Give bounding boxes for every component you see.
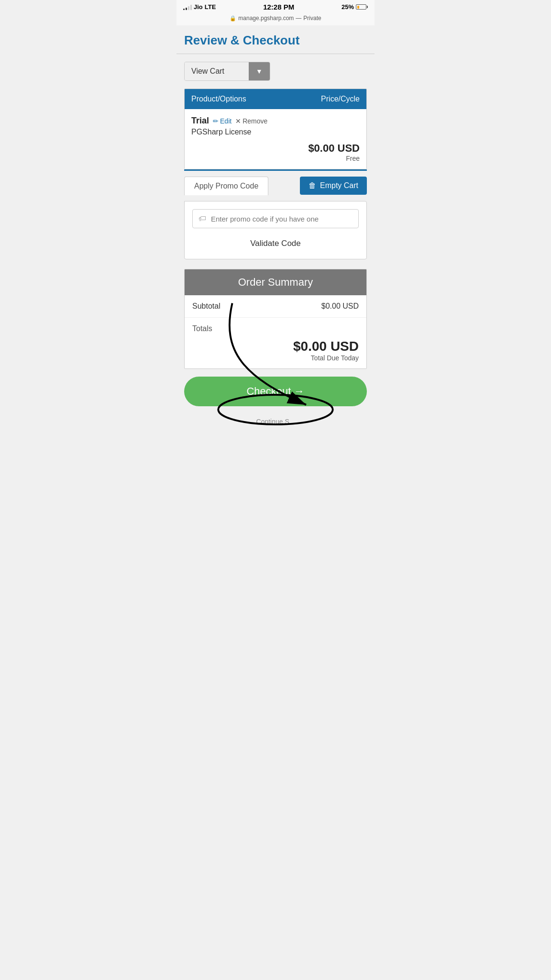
product-free-label: Free <box>191 155 360 162</box>
status-right: 25% <box>342 3 368 11</box>
product-row: Trial ✏ Edit ✕ Remove PGSharp License $0… <box>185 109 366 169</box>
url-text: manage.pgsharp.com <box>238 15 294 22</box>
product-name: PGSharp License <box>191 128 360 136</box>
order-summary-section: Order Summary Subtotal $0.00 USD Totals … <box>184 269 367 369</box>
product-header: Product/Options Price/Cycle <box>185 89 366 109</box>
totals-label: Totals <box>192 324 212 333</box>
private-mode: Private <box>303 15 321 22</box>
edit-button[interactable]: ✏ Edit <box>213 117 231 125</box>
total-due-amount: $0.00 USD <box>192 339 359 354</box>
page-title: Review & Checkout <box>176 25 375 54</box>
promo-tab[interactable]: Apply Promo Code <box>184 177 268 195</box>
promo-code-input[interactable] <box>211 215 353 223</box>
carrier-label: Jio <box>194 3 203 11</box>
status-bar: Jio LTE 12:28 PM 25% <box>176 0 375 13</box>
empty-cart-label: Empty Cart <box>320 181 358 190</box>
buttons-row: Apply Promo Code 🗑 Empty Cart <box>176 171 375 201</box>
url-bar[interactable]: 🔒 manage.pgsharp.com — Private <box>176 13 375 25</box>
view-cart-section: View Cart ▼ <box>176 54 375 89</box>
page-content: Review & Checkout View Cart ▼ Product/Op… <box>176 25 375 444</box>
header-price: Price/Cycle <box>321 95 360 103</box>
trash-icon: 🗑 <box>309 181 316 190</box>
dropdown-arrow-icon: ▼ <box>249 62 270 80</box>
edit-label: Edit <box>220 117 231 125</box>
header-product: Product/Options <box>191 95 246 103</box>
pencil-icon: ✏ <box>213 117 219 125</box>
checkout-button[interactable]: Checkout → <box>184 377 367 406</box>
order-summary-header: Order Summary <box>185 269 366 295</box>
battery-percent: 25% <box>342 3 354 11</box>
promo-input-wrapper: 🏷 <box>192 209 359 228</box>
signal-icon <box>183 4 192 10</box>
subtotal-label: Subtotal <box>192 302 220 311</box>
network-label: LTE <box>205 3 216 11</box>
empty-cart-button[interactable]: 🗑 Empty Cart <box>300 177 367 195</box>
battery-icon <box>356 4 368 10</box>
product-table: Product/Options Price/Cycle Trial ✏ Edit… <box>184 89 367 169</box>
order-summary-body: Subtotal $0.00 USD Totals $0.00 USD Tota… <box>185 295 366 368</box>
product-plan: Trial <box>191 116 209 126</box>
time-label: 12:28 PM <box>263 3 294 11</box>
coupon-icon: 🏷 <box>198 214 206 223</box>
subtotal-row: Subtotal $0.00 USD <box>185 295 366 318</box>
subtotal-value: $0.00 USD <box>321 302 359 311</box>
product-price-row: $0.00 USD Free <box>191 142 360 162</box>
validate-code-button[interactable]: Validate Code <box>192 236 359 251</box>
remove-label: Remove <box>242 117 267 125</box>
private-label: — <box>296 15 301 22</box>
remove-button[interactable]: ✕ Remove <box>235 117 267 125</box>
continue-text: Continue S... <box>176 414 375 429</box>
checkout-section: Checkout → <box>176 369 375 414</box>
product-price: $0.00 USD <box>191 142 360 155</box>
view-cart-label: View Cart <box>185 62 249 80</box>
lock-icon: 🔒 <box>230 15 236 22</box>
x-icon: ✕ <box>235 117 241 125</box>
total-due-label: Total Due Today <box>192 354 359 362</box>
status-left: Jio LTE <box>183 3 216 11</box>
total-due-row: $0.00 USD Total Due Today <box>185 336 366 368</box>
totals-row: Totals <box>185 318 366 336</box>
view-cart-dropdown[interactable]: View Cart ▼ <box>184 62 270 81</box>
promo-section: 🏷 Validate Code <box>184 201 367 259</box>
